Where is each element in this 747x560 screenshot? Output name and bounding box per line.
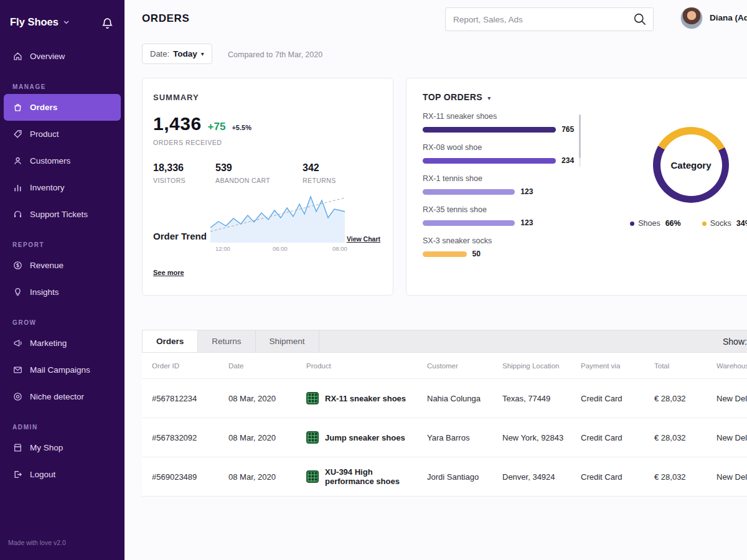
cell-customer: Yara Barros xyxy=(427,433,502,442)
cell-date: 08 Mar, 2020 xyxy=(228,394,306,403)
sidebar-item-customers[interactable]: Customers xyxy=(4,147,121,174)
see-more-link[interactable]: See more xyxy=(153,269,184,276)
product-thumbnail-icon xyxy=(306,392,319,404)
search-input[interactable] xyxy=(453,15,633,24)
sidebar-item-label: Inventory xyxy=(30,183,65,192)
sidebar-item-logout[interactable]: Logout xyxy=(4,461,121,488)
tab-bar: Orders Returns Shipment Show: xyxy=(142,330,747,353)
sidebar-item-product[interactable]: Product xyxy=(4,121,121,147)
top-order-item: RX-08 wool shoe 234 xyxy=(423,143,574,165)
view-chart-link[interactable]: View Chart xyxy=(347,235,380,243)
sidebar-item-revenue[interactable]: Revenue xyxy=(4,252,121,279)
cell-customer: Jordi Santiago xyxy=(427,472,502,482)
sidebar-item-orders[interactable]: Orders xyxy=(4,94,121,121)
legend-dot-shoes xyxy=(630,222,634,226)
top-order-label: RX-1 tennis shoe xyxy=(423,174,574,183)
scrollbar-thumb[interactable] xyxy=(579,114,581,158)
order-trend-area: Order Trend 12:00 06:00 08:00 View Chart xyxy=(153,193,380,259)
order-trend-sparkline xyxy=(210,193,345,243)
cell-customer: Nahia Colunga xyxy=(427,394,502,403)
sidebar-item-insights[interactable]: Insights xyxy=(4,279,121,306)
top-order-value: 50 xyxy=(472,250,481,258)
top-order-bar xyxy=(423,220,515,226)
top-order-label: RX-08 wool shoe xyxy=(423,143,574,152)
cell-shipping-location: Denver, 34924 xyxy=(502,472,581,482)
sidebar-item-label: Orders xyxy=(30,103,57,112)
table-row[interactable]: #567832092 08 Mar, 2020 Jump sneaker sho… xyxy=(142,418,747,457)
cell-date: 08 Mar, 2020 xyxy=(228,472,306,482)
sidebar-item-my-shop[interactable]: My Shop xyxy=(4,434,121,461)
sidebar-item-label: Revenue xyxy=(30,261,63,270)
top-order-value: 765 xyxy=(561,125,574,134)
sidebar-item-mail-campaigns[interactable]: Mail Campaigns xyxy=(4,357,121,383)
top-orders-dropdown[interactable]: TOP ORDERS ▾ xyxy=(423,92,747,102)
tag-icon xyxy=(12,129,22,139)
sidebar: Fly Shoes Overview MANAGE Orders Pro xyxy=(0,0,125,560)
sidebar-item-overview[interactable]: Overview xyxy=(4,43,121,70)
target-icon xyxy=(12,392,22,401)
search-icon[interactable] xyxy=(633,12,647,26)
envelope-icon xyxy=(12,365,22,375)
sidebar-item-niche-detector[interactable]: Niche detector xyxy=(4,383,121,410)
person-icon xyxy=(12,156,22,166)
date-filter[interactable]: Date: Today ▾ xyxy=(142,44,212,64)
sidebar-item-label: My Shop xyxy=(30,443,63,452)
tab-shipment[interactable]: Shipment xyxy=(256,330,319,352)
col-customer: Customer xyxy=(427,362,502,370)
table-row[interactable]: #567812234 08 Mar, 2020 RX-11 sneaker sh… xyxy=(142,379,747,418)
product-thumbnail-icon xyxy=(306,431,319,444)
search-box xyxy=(445,7,654,31)
product-name: Jump sneaker shoes xyxy=(325,433,405,442)
sidebar-item-inventory[interactable]: Inventory xyxy=(4,174,121,201)
sidebar-item-support-tickets[interactable]: Support Tickets xyxy=(4,201,121,228)
sidebar-footer-text: Made with love v2.0 xyxy=(8,539,66,546)
store-icon xyxy=(12,443,22,452)
date-filter-value: Today xyxy=(173,49,197,58)
cell-date: 08 Mar, 2020 xyxy=(228,433,306,442)
category-donut: Category xyxy=(653,127,729,203)
chevron-down-icon xyxy=(63,19,70,26)
cell-order-id: #567812234 xyxy=(152,394,228,403)
donut-hole: Category xyxy=(660,134,722,196)
order-trend-label: Order Trend xyxy=(153,231,207,241)
show-label: Show: xyxy=(723,337,747,347)
x-tick: 12:00 xyxy=(215,245,230,252)
stat-value: 342 xyxy=(303,162,359,174)
scrollbar-track xyxy=(579,114,581,167)
orders-table: Order ID Date Product Customer Shipping … xyxy=(142,353,747,497)
lightbulb-icon xyxy=(12,287,22,297)
stat-label: VISITORS xyxy=(153,177,215,184)
sidebar-item-label: Insights xyxy=(30,287,59,297)
top-order-value: 123 xyxy=(520,187,533,196)
sidebar-item-marketing[interactable]: Marketing xyxy=(4,330,121,357)
col-warehouse: Warehouse xyxy=(716,362,747,370)
date-filter-label: Date: xyxy=(150,49,169,58)
stat-visitors: 18,336 VISITORS xyxy=(153,162,215,184)
user-name[interactable]: Diana (Admin) xyxy=(710,13,747,22)
stat-label: ABANDON CART xyxy=(215,177,303,184)
stat-value: 18,336 xyxy=(153,162,215,174)
stat-abandon-cart: 539 ABANDON CART xyxy=(215,162,303,184)
legend-socks: Socks 34% xyxy=(702,219,747,228)
tab-orders[interactable]: Orders xyxy=(143,330,198,352)
page-title: ORDERS xyxy=(142,12,189,25)
bell-icon[interactable] xyxy=(101,17,113,29)
bar-chart-icon xyxy=(12,183,22,192)
top-order-bar xyxy=(423,189,515,195)
cell-product: RX-11 sneaker shoes xyxy=(306,392,427,404)
table-row[interactable]: #569023489 08 Mar, 2020 XU-394 High perf… xyxy=(142,457,747,497)
cell-shipping-location: New York, 92843 xyxy=(502,433,581,442)
top-order-item: RX-1 tennis shoe 123 xyxy=(423,174,574,196)
sidebar-item-label: Customers xyxy=(30,156,70,166)
orders-count: 1,436 xyxy=(153,113,202,134)
cell-total: € 28,032 xyxy=(654,394,716,403)
avatar[interactable] xyxy=(680,7,703,29)
cell-shipping-location: Texas, 77449 xyxy=(502,394,581,403)
top-order-value: 123 xyxy=(520,218,533,227)
cell-total: € 28,032 xyxy=(654,433,716,442)
section-label-admin: ADMIN xyxy=(12,424,125,431)
col-date: Date xyxy=(228,362,306,370)
category-donut-panel: Category Shoes 66% Socks 34% xyxy=(619,112,747,268)
tab-returns[interactable]: Returns xyxy=(198,330,255,352)
top-order-item: SX-3 sneaker socks 50 xyxy=(423,236,574,258)
